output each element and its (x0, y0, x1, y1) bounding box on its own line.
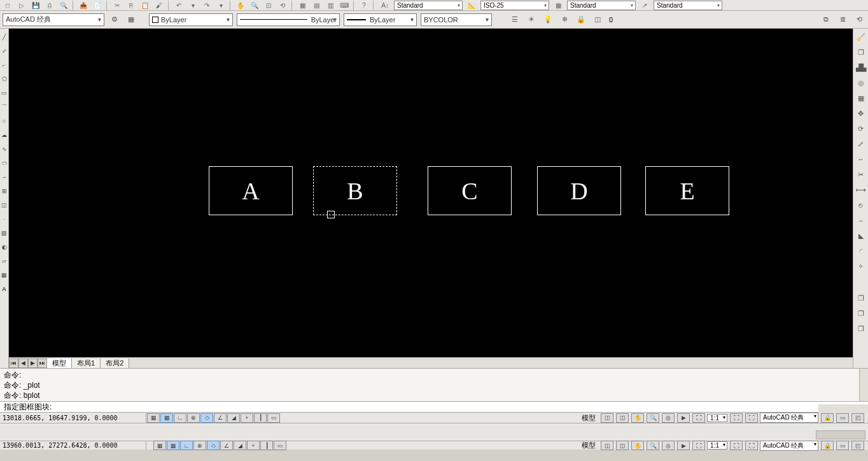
layer-iso-icon[interactable]: ≣ (836, 13, 849, 26)
layer-dropdown[interactable]: ByLayer (149, 13, 233, 26)
copy-obj-icon[interactable]: ❐ (855, 46, 867, 58)
mleader-style-icon[interactable]: ↗ (637, 1, 652, 10)
erase-icon[interactable]: 🧹 (855, 31, 867, 43)
mleader-style-dropdown[interactable]: Standard (654, 1, 722, 10)
block-icon[interactable]: ◫ (1, 201, 8, 209)
point-icon[interactable]: · (1, 215, 8, 223)
gradient-icon[interactable]: ◐ (1, 243, 8, 252)
spline-icon[interactable]: ∿ (1, 145, 8, 153)
redo-icon[interactable]: ↷ (200, 1, 213, 10)
pan-status-icon-2[interactable]: ✋ (631, 441, 644, 450)
drawing-canvas[interactable]: ABCDE (9, 29, 853, 357)
calc-icon[interactable]: ⌨ (338, 1, 351, 10)
clean-screen-icon-2[interactable]: ◰ (851, 441, 864, 450)
dyn-toggle-2[interactable]: + (247, 441, 260, 450)
linetype-dropdown[interactable]: ByLayer (237, 13, 340, 26)
stretch-icon[interactable]: ↔ (855, 153, 867, 165)
pan-icon[interactable]: ✋ (234, 1, 247, 10)
preview-icon[interactable]: 🔍 (57, 1, 70, 10)
help-icon[interactable]: ? (358, 1, 370, 10)
zoom-rt-icon[interactable]: 🔍 (248, 1, 261, 10)
copy-icon[interactable]: ⎘ (125, 1, 137, 10)
workspace-status-2[interactable]: AutoCAD 经典 (760, 441, 818, 451)
save-icon[interactable]: 💾 (29, 1, 42, 10)
offset-icon[interactable]: ◎ (855, 77, 867, 89)
lineweight-dropdown[interactable]: ByLayer (344, 13, 417, 26)
zoom-status-icon[interactable]: 🔍 (647, 413, 659, 423)
ellipse-arc-icon[interactable]: ⌢ (1, 173, 8, 181)
drawing-box-d[interactable]: D (537, 166, 621, 215)
zoom-win-icon[interactable]: ⊡ (262, 1, 275, 10)
hatch-icon[interactable]: ▨ (1, 229, 8, 238)
ducs-toggle-2[interactable]: ◢ (234, 441, 246, 450)
prop-icon[interactable]: ▦ (296, 1, 309, 10)
bulb-icon[interactable]: 💡 (542, 13, 554, 26)
text-style-dropdown[interactable]: Standard (394, 1, 463, 10)
zoom-prev-icon[interactable]: ⟲ (276, 1, 289, 10)
lock-ui-icon[interactable]: 🔒 (821, 413, 834, 423)
open-icon[interactable]: ▷ (15, 1, 28, 10)
osnap-toggle[interactable]: ◇ (200, 413, 213, 423)
dim-style-icon[interactable]: 📐 (464, 1, 479, 10)
layer-prev-icon[interactable]: ⟲ (853, 13, 865, 26)
join-icon[interactable]: ⌢ (855, 215, 867, 226)
tab-layout1[interactable]: 布局1 (72, 358, 101, 368)
quickview-drawings-icon[interactable]: ◫ (616, 413, 629, 423)
workspace-save-icon[interactable]: ▦ (125, 13, 137, 26)
rectangle-icon[interactable]: ▭ (1, 89, 8, 97)
revcloud-icon[interactable]: ☁ (1, 131, 8, 139)
dsn-icon[interactable]: ▤ (310, 1, 323, 10)
hw-accel-icon[interactable]: ▭ (836, 413, 849, 423)
chamfer-icon[interactable]: ◣ (855, 230, 867, 241)
zoom-status-icon-2[interactable]: 🔍 (647, 441, 659, 450)
region-icon[interactable]: ▱ (1, 257, 8, 266)
quickview-layouts-icon-2[interactable]: ◫ (601, 441, 613, 450)
ducs-toggle[interactable]: ◢ (227, 413, 240, 423)
xline-icon[interactable]: ⤢ (1, 46, 8, 55)
annotation-scale-1[interactable]: 1:1 (707, 414, 727, 422)
extend-icon[interactable]: ⟼ (855, 184, 867, 195)
qp-toggle[interactable]: ▭ (267, 413, 280, 423)
layer-color-icon[interactable]: ◫ (591, 13, 604, 26)
freeze-icon[interactable]: ❄ (558, 13, 571, 26)
drawing-box-c[interactable]: C (428, 166, 512, 215)
new-icon[interactable]: □ (1, 1, 14, 10)
fillet-icon[interactable]: ◜ (855, 245, 867, 257)
grid-toggle[interactable]: ▦ (160, 413, 173, 423)
polygon-icon[interactable]: ⬠ (1, 74, 8, 83)
workspace-status-1[interactable]: AutoCAD 经典 (760, 413, 818, 423)
tab-next-icon[interactable]: ▶ (28, 358, 38, 368)
dyn-toggle[interactable]: + (241, 413, 253, 423)
table-style-icon[interactable]: ▦ (550, 1, 566, 10)
ann-scale-icon-2[interactable]: ⛶ (692, 441, 705, 450)
undo-icon[interactable]: ↶ (172, 1, 185, 10)
drawing-box-b[interactable]: B (313, 166, 397, 215)
showmotion-icon[interactable]: ▶ (677, 413, 690, 423)
circle-icon[interactable]: ○ (1, 117, 8, 125)
cut-icon[interactable]: ✂ (111, 1, 123, 10)
ann-scale-icon[interactable]: ⛶ (692, 413, 705, 423)
layer-group1-icon[interactable]: ❐ (855, 292, 867, 304)
line-icon[interactable]: ╱ (1, 32, 8, 41)
lwt-toggle[interactable]: ┃ (254, 413, 267, 423)
ortho-toggle-2[interactable]: ∟ (180, 441, 193, 450)
otrack-toggle-2[interactable]: ∠ (220, 441, 233, 450)
redo-dd-icon[interactable]: ▾ (214, 1, 227, 10)
move-icon[interactable]: ✥ (855, 108, 867, 119)
snap-toggle-2[interactable]: ▦ (153, 441, 166, 450)
tab-first-icon[interactable]: ⏮ (9, 358, 18, 368)
gear-icon[interactable]: ⚙ (108, 13, 121, 26)
tab-model[interactable]: 模型 (47, 358, 72, 368)
polar-toggle[interactable]: ⊕ (187, 413, 200, 423)
insert-icon[interactable]: ⊞ (1, 187, 8, 195)
command-hscroll[interactable] (818, 404, 868, 413)
layer-states-icon[interactable]: ⧉ (820, 13, 832, 26)
showmotion-icon-2[interactable]: ▶ (677, 441, 690, 450)
table-icon[interactable]: ▦ (1, 271, 8, 280)
hw-accel-icon-2[interactable]: ▭ (836, 441, 849, 450)
arc-icon[interactable]: ⌒ (1, 103, 8, 111)
mtext-icon[interactable]: A (1, 285, 8, 294)
polar-toggle-2[interactable]: ⊕ (193, 441, 206, 450)
rotate-icon[interactable]: ⟳ (855, 123, 867, 134)
clean-screen-icon[interactable]: ◰ (851, 413, 864, 423)
